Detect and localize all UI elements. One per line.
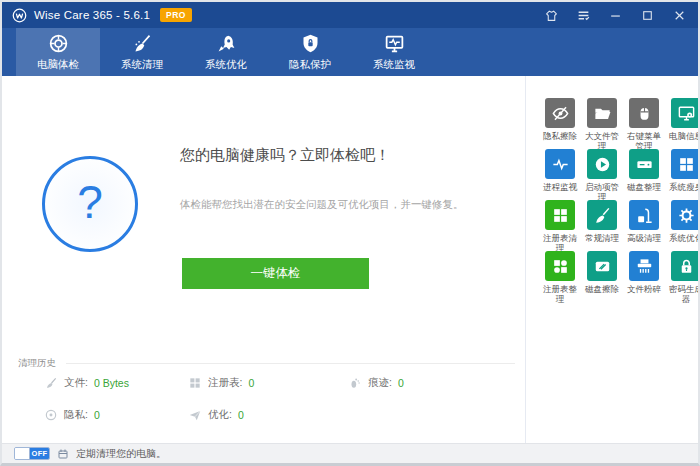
titlebar: Wise Care 365 - 5.6.1 PRO	[2, 2, 698, 28]
eye-off-icon	[545, 98, 575, 128]
tool-label: 启动项管理	[581, 182, 623, 202]
footprint-icon	[348, 376, 362, 390]
app-logo-icon	[12, 8, 27, 23]
tool-context-menu-manager[interactable]: 右键菜单管理	[623, 98, 665, 149]
one-click-checkup-button[interactable]: 一键体检	[182, 258, 369, 289]
tool-label: 常规清理	[581, 233, 623, 243]
tab-label: 系统监视	[373, 58, 415, 72]
stat-label: 优化:	[208, 408, 232, 422]
tool-password-generator[interactable]: 密码生成器	[665, 251, 698, 302]
paper-plane-icon	[188, 408, 202, 422]
tab-system-tuneup[interactable]: 系统优化	[184, 28, 268, 76]
gear-icon	[671, 200, 698, 230]
tool-privacy-eraser[interactable]: 隐私擦除	[539, 98, 581, 149]
lock-icon	[671, 251, 698, 281]
eye-icon	[44, 408, 58, 422]
stat-label: 痕迹:	[368, 376, 392, 390]
tab-system-monitor[interactable]: 系统监视	[352, 28, 436, 76]
toggle-state: OFF	[30, 448, 49, 459]
tool-system-tuneup[interactable]: 系统优化	[665, 200, 698, 251]
tab-label: 电脑体检	[37, 58, 79, 72]
checkup-panel: ? 您的电脑健康吗？立即体检吧！ 体检能帮您找出潜在的安全问题及可优化项目，并一…	[2, 76, 525, 443]
stat-registry: 注册表: 0	[188, 376, 254, 390]
checkup-target-icon	[48, 33, 69, 54]
tool-process-monitor[interactable]: 进程监视	[539, 149, 581, 200]
calendar-icon	[57, 448, 69, 460]
tool-label: 高级清理	[623, 233, 665, 243]
tool-label: 注册表清理	[539, 233, 581, 253]
pulse-icon	[545, 149, 575, 179]
footer-bar: OFF 定期清理您的电脑。	[2, 443, 698, 463]
menu-icon[interactable]	[577, 9, 590, 22]
minimize-icon[interactable]	[609, 9, 622, 22]
tool-common-cleaner[interactable]: 常规清理	[581, 200, 623, 251]
tool-pc-info[interactable]: 电脑信息	[665, 98, 698, 149]
stat-label: 文件:	[64, 376, 88, 390]
stat-value: 0	[248, 377, 254, 389]
shredder-icon	[629, 251, 659, 281]
registry-grid-icon	[545, 200, 575, 230]
tool-label: 大文件管理	[581, 131, 623, 151]
stat-traces: 痕迹: 0	[348, 376, 404, 390]
pro-badge: PRO	[160, 8, 192, 22]
rocket-icon	[216, 33, 237, 54]
clean-history-header: 清理历史	[18, 357, 515, 370]
health-status-circle: ?	[42, 156, 138, 252]
stat-label: 隐私:	[64, 408, 88, 422]
tab-label: 系统优化	[205, 58, 247, 72]
folder-icon	[587, 98, 617, 128]
tool-disk-eraser[interactable]: 磁盘擦除	[581, 251, 623, 302]
tool-disk-defrag[interactable]: 磁盘整理	[623, 149, 665, 200]
footer-text: 定期清理您的电脑。	[76, 447, 166, 461]
theme-skin-icon[interactable]	[545, 9, 558, 22]
tool-startup-manager[interactable]: 启动项管理	[581, 149, 623, 200]
broom-icon	[587, 200, 617, 230]
tab-privacy-protector[interactable]: 隐私保护	[268, 28, 352, 76]
stat-files: 文件: 0 Bytes	[44, 376, 129, 390]
tool-grid: 隐私擦除 大文件管理 右键菜单管理	[539, 98, 698, 302]
vacuum-icon	[629, 200, 659, 230]
tool-label: 系统瘦身	[665, 182, 698, 192]
shield-lock-icon	[300, 33, 321, 54]
tab-label: 系统清理	[121, 58, 163, 72]
disk-drive-icon	[629, 149, 659, 179]
registry-grid-icon	[188, 376, 202, 390]
stat-optimizations: 优化: 0	[188, 408, 244, 422]
checkup-heading: 您的电脑健康吗？立即体检吧！	[180, 146, 390, 165]
tools-panel: 隐私擦除 大文件管理 右键菜单管理	[525, 76, 698, 443]
tool-advanced-cleaner[interactable]: 高级清理	[623, 200, 665, 251]
tab-pc-checkup[interactable]: 电脑体检	[16, 28, 100, 76]
tool-registry-defrag[interactable]: 注册表整理	[539, 251, 581, 302]
question-mark: ?	[77, 175, 103, 229]
blocks-icon	[545, 251, 575, 281]
stat-value: 0	[238, 409, 244, 421]
close-icon[interactable]	[673, 9, 686, 22]
tool-label: 进程监视	[539, 182, 581, 192]
tool-registry-cleaner[interactable]: 注册表清理	[539, 200, 581, 251]
tab-system-cleaner[interactable]: 系统清理	[100, 28, 184, 76]
monitor-pulse-icon	[384, 33, 405, 54]
app-window: Wise Care 365 - 5.6.1 PRO	[0, 0, 700, 466]
disk-eraser-icon	[587, 251, 617, 281]
stat-privacy: 隐私: 0	[44, 408, 100, 422]
stat-value: 0 Bytes	[94, 377, 129, 389]
tool-label: 隐私擦除	[539, 131, 581, 141]
clean-history-title: 清理历史	[18, 357, 56, 370]
maximize-icon[interactable]	[641, 9, 654, 22]
stat-value: 0	[398, 377, 404, 389]
nav-tabs: 电脑体检 系统清理 系统优化 隐私保护	[2, 28, 698, 76]
scheduled-clean-toggle[interactable]: OFF	[14, 447, 50, 460]
tool-label: 文件粉碎	[623, 284, 665, 294]
tool-big-file-manager[interactable]: 大文件管理	[581, 98, 623, 149]
tool-label: 磁盘整理	[623, 182, 665, 192]
tool-label: 注册表整理	[539, 284, 581, 304]
tool-label: 系统优化	[665, 233, 698, 243]
broom-icon	[132, 33, 153, 54]
tool-label: 电脑信息	[665, 131, 698, 141]
tool-file-shredder[interactable]: 文件粉碎	[623, 251, 665, 302]
four-squares-icon	[671, 149, 698, 179]
mouse-icon	[629, 98, 659, 128]
tool-label: 密码生成器	[665, 284, 698, 304]
tool-system-slimming[interactable]: 系统瘦身	[665, 149, 698, 200]
tool-label: 右键菜单管理	[623, 131, 665, 151]
